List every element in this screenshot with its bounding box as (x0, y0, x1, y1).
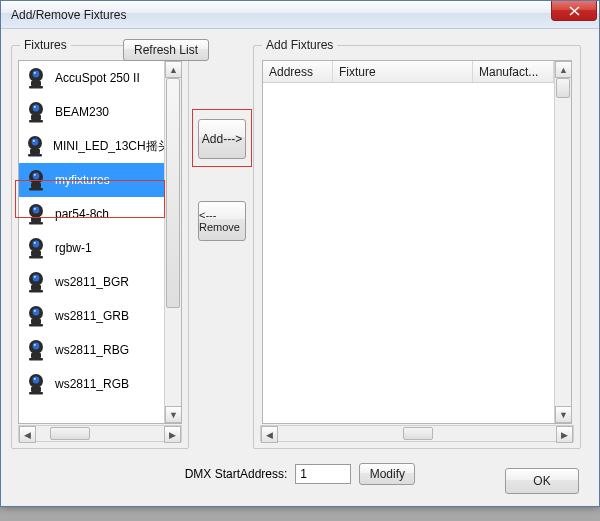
ok-button[interactable]: OK (505, 468, 579, 494)
chevron-down-icon[interactable]: ▼ (165, 406, 182, 423)
col-fixture[interactable]: Fixture (333, 61, 473, 82)
modify-button[interactable]: Modify (359, 463, 415, 485)
svg-rect-4 (29, 86, 43, 89)
list-item-label: myfixtures (55, 173, 110, 187)
chevron-right-icon[interactable]: ▶ (164, 426, 181, 443)
list-item-label: ws2811_GRB (55, 309, 129, 323)
svg-rect-48 (31, 387, 41, 392)
list-item[interactable]: MINI_LED_13CH摇头 (19, 129, 164, 163)
chevron-left-icon[interactable]: ◀ (261, 426, 278, 443)
svg-point-12 (33, 140, 35, 142)
scroll-thumb[interactable] (166, 78, 180, 308)
list-item-label: ws2811_RGB (55, 377, 129, 391)
chevron-right-icon[interactable]: ▶ (556, 426, 573, 443)
svg-rect-3 (31, 81, 41, 86)
vertical-scrollbar[interactable]: ▲ ▼ (554, 61, 571, 423)
svg-rect-43 (31, 353, 41, 358)
close-button[interactable] (551, 1, 597, 21)
chevron-down-icon[interactable]: ▼ (555, 406, 572, 423)
add-fixtures-legend: Add Fixtures (262, 38, 337, 52)
remove-button[interactable]: <---Remove (198, 201, 246, 241)
svg-rect-34 (29, 290, 43, 293)
ok-label: OK (533, 474, 550, 488)
dmx-start-address-input[interactable] (295, 464, 351, 484)
svg-rect-9 (29, 120, 43, 123)
list-item[interactable]: par54-8ch (19, 197, 164, 231)
table-header[interactable]: Address Fixture Manufact... (263, 61, 554, 83)
window-title: Add/Remove Fixtures (11, 8, 126, 22)
svg-rect-29 (29, 256, 43, 259)
svg-point-27 (34, 242, 36, 244)
dialog-window: Add/Remove Fixtures Fixtures AccuSpot 25… (0, 0, 600, 507)
titlebar[interactable]: Add/Remove Fixtures (1, 1, 599, 29)
fixtures-legend: Fixtures (20, 38, 71, 52)
svg-point-16 (33, 173, 40, 180)
svg-rect-24 (29, 222, 43, 225)
moving-head-fixture-icon (23, 133, 47, 159)
svg-rect-14 (28, 154, 42, 157)
moving-head-fixture-icon (23, 337, 49, 363)
chevron-up-icon[interactable]: ▲ (555, 61, 572, 78)
client-area: Fixtures AccuSpot 250 IIBEAM230MINI_LED_… (1, 29, 599, 506)
moving-head-fixture-icon (23, 65, 49, 91)
chevron-left-icon[interactable]: ◀ (19, 426, 36, 443)
vertical-scrollbar[interactable]: ▲ ▼ (164, 61, 181, 423)
svg-point-6 (33, 105, 40, 112)
list-item[interactable]: rgbw-1 (19, 231, 164, 265)
svg-rect-28 (31, 251, 41, 256)
fixtures-groupbox: Fixtures AccuSpot 250 IIBEAM230MINI_LED_… (11, 45, 189, 449)
refresh-list-button[interactable]: Refresh List (123, 39, 209, 61)
svg-point-22 (34, 208, 36, 210)
svg-point-11 (32, 139, 39, 146)
svg-point-17 (34, 174, 36, 176)
add-fixtures-table[interactable]: Address Fixture Manufact... ▲ ▼ (262, 60, 572, 424)
moving-head-fixture-icon (23, 269, 49, 295)
fixtures-list[interactable]: AccuSpot 250 IIBEAM230MINI_LED_13CH摇头myf… (18, 60, 182, 424)
remove-label: <---Remove (199, 209, 245, 233)
list-item[interactable]: ws2811_GRB (19, 299, 164, 333)
list-item[interactable]: AccuSpot 250 II (19, 61, 164, 95)
scroll-track[interactable] (165, 78, 181, 406)
svg-rect-23 (31, 217, 41, 222)
moving-head-fixture-icon (23, 167, 49, 193)
list-item-label: par54-8ch (55, 207, 109, 221)
dmx-start-address-label: DMX StartAddress: (185, 467, 288, 481)
list-item[interactable]: BEAM230 (19, 95, 164, 129)
scroll-thumb[interactable] (50, 427, 90, 440)
svg-rect-18 (31, 183, 41, 188)
list-item[interactable]: myfixtures (19, 163, 164, 197)
close-icon (569, 6, 580, 16)
svg-point-42 (34, 344, 36, 346)
col-manufacturer[interactable]: Manufact... (473, 61, 554, 82)
svg-point-2 (34, 72, 36, 74)
add-fixtures-groupbox: Add Fixtures Address Fixture Manufact...… (253, 45, 581, 449)
horizontal-scrollbar[interactable]: ◀ ▶ (18, 425, 182, 442)
chevron-up-icon[interactable]: ▲ (165, 61, 182, 78)
svg-point-1 (33, 71, 40, 78)
moving-head-fixture-icon (23, 201, 49, 227)
list-item-label: BEAM230 (55, 105, 109, 119)
col-address[interactable]: Address (263, 61, 333, 82)
scroll-track[interactable] (278, 426, 556, 441)
add-button[interactable]: Add---> (198, 119, 246, 159)
add-label: Add---> (202, 132, 242, 146)
list-item[interactable]: ws2811_RBG (19, 333, 164, 367)
svg-rect-38 (31, 319, 41, 324)
scroll-thumb[interactable] (403, 427, 433, 440)
list-item-label: MINI_LED_13CH摇头 (53, 138, 164, 155)
horizontal-scrollbar[interactable]: ◀ ▶ (260, 425, 574, 442)
list-item[interactable]: ws2811_RGB (19, 367, 164, 401)
list-item[interactable]: ws2811_BGR (19, 265, 164, 299)
scroll-track[interactable] (36, 426, 164, 441)
list-item-label: rgbw-1 (55, 241, 92, 255)
list-item-label: ws2811_RBG (55, 343, 129, 357)
modify-label: Modify (370, 467, 405, 481)
moving-head-fixture-icon (23, 99, 49, 125)
svg-point-41 (33, 343, 40, 350)
scroll-track[interactable] (555, 78, 571, 406)
svg-rect-44 (29, 358, 43, 361)
svg-point-26 (33, 241, 40, 248)
moving-head-fixture-icon (23, 303, 49, 329)
svg-rect-33 (31, 285, 41, 290)
scroll-thumb[interactable] (556, 78, 570, 98)
